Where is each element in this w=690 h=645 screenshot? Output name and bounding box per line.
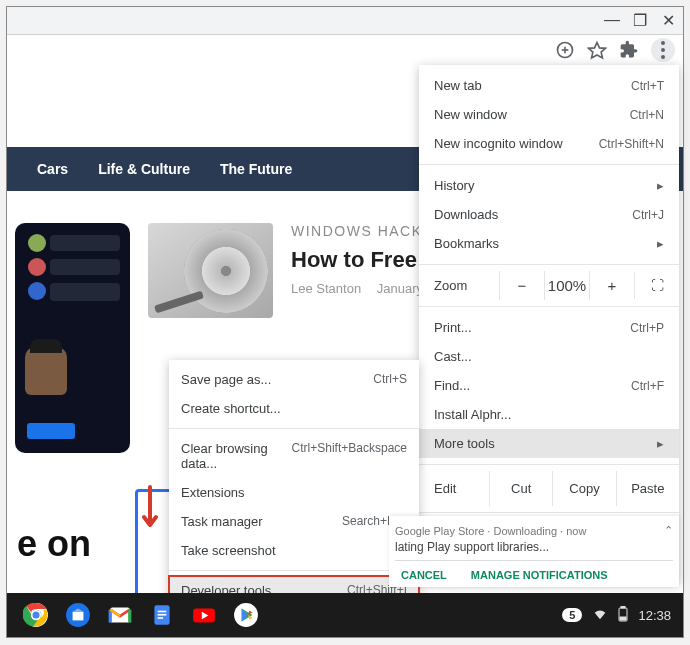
edit-paste[interactable]: Paste — [616, 471, 679, 506]
notification-cancel-button[interactable]: CANCEL — [401, 569, 447, 581]
menu-zoom-row: Zoom − 100% + ⛶ — [419, 265, 679, 307]
edit-cut[interactable]: Cut — [489, 471, 552, 506]
extensions-icon[interactable] — [619, 40, 639, 60]
docs-icon[interactable] — [145, 598, 179, 632]
maximize-button[interactable]: ❐ — [631, 11, 649, 29]
menu-downloads[interactable]: DownloadsCtrl+J — [419, 200, 679, 229]
article-author: Lee Stanton — [291, 281, 361, 296]
taskbar: 5 12:38 — [7, 593, 683, 637]
notification-panel: Google Play Store · Downloading · now⌃ l… — [389, 516, 679, 587]
article-thumbnail-phone — [15, 223, 130, 453]
browser-window: — ❐ ✕ Cars Life & Culture The Future — [6, 6, 684, 638]
add-tab-icon[interactable] — [555, 40, 575, 60]
svg-point-4 — [661, 41, 665, 45]
svg-rect-20 — [620, 617, 626, 620]
svg-rect-15 — [158, 617, 163, 619]
gmail-icon[interactable] — [103, 598, 137, 632]
notification-manage-button[interactable]: MANAGE NOTIFICATIONS — [471, 569, 608, 581]
kebab-menu-icon[interactable] — [651, 38, 675, 62]
menu-cast[interactable]: Cast... — [419, 342, 679, 371]
menu-new-tab[interactable]: New tabCtrl+T — [419, 71, 679, 100]
menu-bookmarks[interactable]: Bookmarks▸ — [419, 229, 679, 258]
youtube-icon[interactable] — [187, 598, 221, 632]
menu-more-tools[interactable]: More tools▸ — [419, 429, 679, 458]
notification-body: lating Play support libraries... — [395, 540, 673, 561]
zoom-label: Zoom — [419, 278, 499, 293]
menu-history[interactable]: History▸ — [419, 171, 679, 200]
files-icon[interactable] — [61, 598, 95, 632]
more-tools-submenu: Save page as...Ctrl+S Create shortcut...… — [169, 360, 419, 611]
svg-marker-3 — [589, 43, 606, 58]
menu-edit-row: Edit Cut Copy Paste — [419, 465, 679, 513]
submenu-create-shortcut[interactable]: Create shortcut... — [169, 394, 419, 423]
system-tray[interactable]: 5 12:38 — [562, 606, 671, 625]
bookmark-star-icon[interactable] — [587, 40, 607, 60]
clock: 12:38 — [638, 608, 671, 623]
submenu-task-manager[interactable]: Task managerSearch+Esc — [169, 507, 419, 536]
article-thumbnail-disk — [148, 223, 273, 318]
edit-copy[interactable]: Copy — [552, 471, 615, 506]
submenu-extensions[interactable]: Extensions — [169, 478, 419, 507]
caret-up-icon[interactable]: ⌃ — [664, 524, 673, 537]
svg-rect-19 — [621, 606, 625, 608]
titlebar: — ❐ ✕ — [7, 7, 683, 35]
chrome-main-menu: New tabCtrl+T New windowCtrl+N New incog… — [419, 65, 679, 583]
svg-point-6 — [661, 55, 665, 59]
wifi-icon — [592, 606, 608, 625]
minimize-button[interactable]: — — [603, 11, 621, 29]
nav-future[interactable]: The Future — [220, 161, 292, 177]
menu-install-app[interactable]: Install Alphr... — [419, 400, 679, 429]
nav-life-culture[interactable]: Life & Culture — [98, 161, 190, 177]
notification-count-badge[interactable]: 5 — [562, 608, 582, 622]
menu-print[interactable]: Print...Ctrl+P — [419, 313, 679, 342]
zoom-in-button[interactable]: + — [589, 271, 634, 300]
submenu-clear-browsing-data[interactable]: Clear browsing data...Ctrl+Shift+Backspa… — [169, 434, 419, 478]
menu-new-incognito[interactable]: New incognito windowCtrl+Shift+N — [419, 129, 679, 158]
annotation-arrow — [140, 485, 160, 535]
edit-label: Edit — [419, 471, 489, 506]
svg-rect-14 — [158, 614, 167, 616]
svg-point-9 — [32, 611, 41, 620]
battery-icon — [618, 606, 628, 625]
submenu-take-screenshot[interactable]: Take screenshot — [169, 536, 419, 565]
browser-toolbar — [7, 35, 683, 65]
close-button[interactable]: ✕ — [659, 11, 677, 29]
menu-find[interactable]: Find...Ctrl+F — [419, 371, 679, 400]
menu-new-window[interactable]: New windowCtrl+N — [419, 100, 679, 129]
svg-rect-13 — [158, 611, 167, 613]
notification-header: Google Play Store · Downloading · now⌃ — [395, 524, 673, 537]
chrome-icon[interactable] — [19, 598, 53, 632]
fullscreen-button[interactable]: ⛶ — [634, 272, 679, 299]
zoom-value: 100% — [544, 271, 589, 300]
play-store-icon[interactable] — [229, 598, 263, 632]
svg-point-5 — [661, 48, 665, 52]
submenu-save-page[interactable]: Save page as...Ctrl+S — [169, 365, 419, 394]
zoom-out-button[interactable]: − — [499, 271, 544, 300]
nav-cars[interactable]: Cars — [37, 161, 68, 177]
